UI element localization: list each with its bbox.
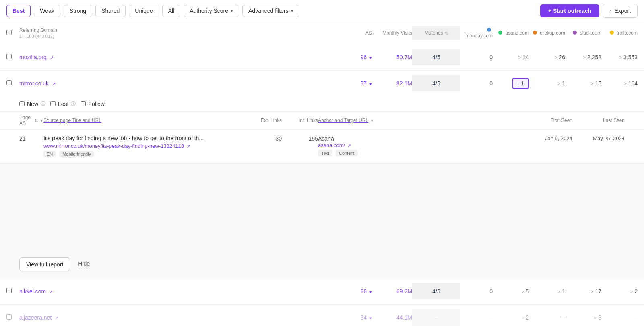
row-check-input[interactable] [6, 314, 12, 320]
main-table: Referring Domain 1 – 100 (443,017) AS Mo… [0, 22, 644, 330]
ext-links-value: 30 [246, 135, 282, 142]
select-all-input[interactable] [6, 30, 12, 35]
export-button[interactable]: ↑ Export [603, 4, 638, 18]
select-all-checkbox[interactable] [6, 30, 19, 36]
badge-content: Content [336, 150, 358, 156]
domain-cell: nikkei.com ↗ [19, 288, 340, 295]
authority-score-dropdown[interactable]: Authority Score ▾ [184, 5, 239, 17]
hide-link[interactable]: Hide [78, 260, 90, 268]
visits-cell: 50.7M [372, 54, 412, 60]
as-header: AS [340, 30, 372, 36]
new-checkbox-label[interactable]: New ⓘ [19, 100, 45, 107]
down-arrow-icon: ↓ [517, 81, 520, 86]
external-link-icon: ↗ [52, 81, 56, 86]
new-checkbox[interactable] [19, 101, 25, 106]
domain-link[interactable]: nikkei.com [19, 288, 46, 295]
domain-cell: mirror.co.uk ↗ [19, 80, 340, 87]
sub-table-row: 21 It's peak day for finding a new job -… [0, 130, 644, 162]
export-label: Export [615, 8, 631, 14]
lost-checkbox-label[interactable]: Lost ⓘ [50, 100, 76, 107]
last-seen-value: May 25, 2024 [572, 135, 625, 141]
row-checkbox[interactable] [6, 288, 19, 295]
trello-header: trello.com [601, 30, 638, 36]
new-info-icon[interactable]: ⓘ [41, 100, 45, 107]
follow-checkbox-label[interactable]: Follow [80, 101, 104, 107]
anchor-external-icon: ↗ [347, 143, 351, 148]
page-as-filter-icon[interactable]: ▼ [39, 118, 43, 123]
toolbar: Best Weak Strong Shared Unique All Autho… [0, 0, 644, 22]
as-cell: 86 ▾ [340, 288, 372, 295]
slack-cell: > 3 [565, 314, 601, 321]
authority-score-label: Authority Score [190, 8, 228, 14]
visits-cell: 82.1M [372, 80, 412, 87]
monday-cell: – [460, 314, 493, 321]
external-link-icon: ↗ [186, 144, 190, 149]
trello-cell: > 104 [601, 80, 638, 87]
row-check-input[interactable] [6, 80, 12, 85]
matches-cell: 4/5 [412, 49, 460, 65]
row-check-input[interactable] [6, 288, 12, 293]
view-full-report-button[interactable]: View full report [19, 257, 70, 271]
start-outreach-button[interactable]: + Start outreach [540, 4, 599, 17]
external-link-icon: ↗ [49, 289, 53, 294]
asana-highlighted-cell: ↓ 1 [493, 78, 529, 89]
monday-dot [487, 28, 491, 32]
page-tags: EN Mobile friendly [43, 149, 246, 157]
int-links-value: 155 [282, 135, 318, 142]
expanded-controls: New ⓘ Lost ⓘ Follow [0, 96, 644, 112]
page-as-value: 21 [19, 135, 43, 142]
filter-weak[interactable]: Weak [34, 5, 60, 17]
empty-space [0, 162, 644, 251]
slack-cell: > 2,258 [565, 54, 601, 60]
domain-link[interactable]: mozilla.org [19, 54, 47, 60]
anchor-badges: Text Content [318, 148, 520, 156]
trello-dot [610, 31, 614, 35]
asana-cell: > 14 [493, 54, 529, 60]
follow-checkbox[interactable] [80, 101, 86, 106]
domain-link[interactable]: aljazeera.net [19, 314, 52, 321]
monthly-visits-header: Monthly Visits [372, 30, 412, 36]
advanced-filters-dropdown[interactable]: Advanced filters ▾ [242, 5, 299, 17]
first-seen-value: Jan 9, 2024 [520, 135, 572, 141]
table-row: aljazeera.net ↗ 84 ▾ 44.1M – – > 2 – > 3… [0, 305, 644, 330]
filter-unique[interactable]: Unique [129, 5, 159, 17]
expanded-section: New ⓘ Lost ⓘ Follow Page AS ⇅ ▼ Source p… [0, 96, 644, 278]
domain-link[interactable]: mirror.co.uk [19, 80, 49, 87]
anchor-header: Anchor and Target URL ▼ [318, 118, 520, 123]
table-row: nikkei.com ↗ 86 ▾ 69.2M 4/5 0 > 5 > 1 > … [0, 278, 644, 305]
as-cell: 87 ▾ [340, 80, 372, 87]
row-check-input[interactable] [6, 54, 12, 59]
clickup-cell: – [529, 314, 565, 321]
monday-cell: 0 [460, 54, 493, 60]
filter-shared[interactable]: Shared [95, 5, 126, 17]
row-checkbox[interactable] [6, 314, 19, 321]
lost-checkbox[interactable] [50, 101, 56, 106]
slack-dot [573, 31, 577, 35]
row-checkbox[interactable] [6, 80, 19, 87]
monday-cell: 0 [460, 288, 493, 295]
title-column: It's peak day for finding a new job - ho… [43, 135, 246, 157]
filter-strong[interactable]: Strong [64, 5, 92, 17]
ext-links-header: Ext. Links [246, 118, 282, 123]
domain-cell: mozilla.org ↗ [19, 54, 340, 60]
page-url-link[interactable]: www.mirror.co.uk/money/its-peak-day-find… [43, 143, 184, 149]
filter-all[interactable]: All [162, 5, 181, 17]
filter-best[interactable]: Best [6, 5, 31, 17]
slack-cell: > 17 [565, 288, 601, 295]
anchor-url-link[interactable]: asana.com/ [318, 142, 345, 148]
table-header-row: Referring Domain 1 – 100 (443,017) AS Mo… [0, 22, 644, 44]
matches-cell: 4/5 [412, 283, 460, 299]
lost-info-icon[interactable]: ⓘ [71, 100, 76, 107]
sub-table-header: Page AS ⇅ ▼ Source page Title and URL Ex… [0, 112, 644, 130]
last-seen-header: Last Seen [572, 118, 625, 123]
domain-cell: aljazeera.net ↗ [19, 314, 340, 321]
external-link-icon: ↗ [50, 55, 54, 60]
advanced-filters-label: Advanced filters [248, 8, 289, 14]
as-cell: 84 ▾ [340, 314, 372, 321]
page-as-sort-icon[interactable]: ⇅ [35, 118, 38, 123]
clickup-header: clickup.com [529, 30, 565, 36]
visits-cell: 44.1M [372, 314, 412, 321]
tag-mobile: Mobile friendly [59, 151, 94, 157]
row-checkbox[interactable] [6, 54, 19, 60]
anchor-filter-icon[interactable]: ▼ [370, 118, 374, 123]
